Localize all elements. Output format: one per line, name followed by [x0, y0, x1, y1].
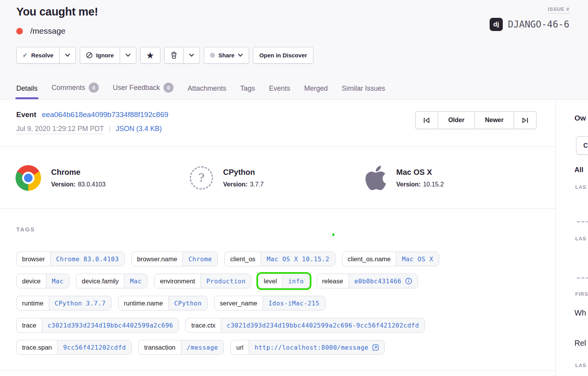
info-circle-icon[interactable]: [405, 278, 412, 285]
tab-events[interactable]: Events: [269, 85, 290, 99]
tab-label: Details: [16, 85, 38, 93]
tab-label: Merged: [304, 85, 328, 93]
event-header-bar: Event eea064b618ea4099b7334f88f192c869 J…: [0, 100, 555, 147]
tag-list: browser Chrome 83.0.4103 browser.name Ch…: [16, 252, 439, 362]
tag-value: Chrome: [182, 252, 217, 266]
open-in-discover-button[interactable]: Open in Discover: [253, 47, 313, 64]
ignore-button[interactable]: Ignore: [80, 47, 120, 64]
page-title: You caught me!: [16, 5, 98, 18]
tag-pill-transaction[interactable]: transaction /message: [138, 340, 224, 355]
newer-event-button[interactable]: Newer: [475, 111, 514, 129]
tag-pill-runtime-name[interactable]: runtime.name CPython: [118, 296, 208, 310]
ignore-dropdown-button[interactable]: [120, 47, 136, 64]
tag-pill-environment[interactable]: environment Production: [154, 274, 251, 288]
delete-dropdown-button[interactable]: [183, 47, 200, 64]
tag-key: client_os: [225, 252, 261, 266]
tag-row: trace.span 9cc56f421202cdfd transaction …: [16, 340, 439, 355]
tag-value: 9cc56f421202cdfd: [57, 340, 131, 354]
tag-value: Chrome 83.0.4103: [50, 252, 124, 266]
share-button-label: Share: [218, 52, 235, 59]
oldest-event-button[interactable]: [415, 111, 438, 129]
event-timestamp: Jul 9, 2020 1:29:12 PM PDT: [16, 125, 104, 134]
issue-number-label: ISSUE #: [548, 6, 569, 14]
tag-pill-trace[interactable]: trace c3021d393d234d19bbc4402599a2c696: [16, 318, 179, 333]
tag-key: browser: [17, 252, 50, 266]
tag-value: Mac: [124, 274, 147, 288]
skip-to-first-icon: [423, 117, 430, 123]
event-pagination: Older Newer: [415, 111, 536, 129]
action-toolbar: ✓ Resolve Ignore: [16, 47, 313, 64]
tag-key: server_name: [215, 296, 263, 310]
chevron-down-icon: [126, 53, 131, 57]
tag-pill-client-os[interactable]: client_os Mac OS X 10.15.2: [224, 252, 335, 266]
tab-attachments[interactable]: Attachments: [187, 85, 226, 99]
tag-pill-device-family[interactable]: device.family Mac: [76, 274, 148, 288]
context-name: Chrome: [51, 168, 105, 177]
tab-user-feedback[interactable]: User Feedback 0: [113, 83, 174, 99]
tab-details[interactable]: Details: [16, 85, 38, 99]
resolve-dropdown-button[interactable]: [59, 47, 76, 64]
tab-tags[interactable]: Tags: [240, 85, 255, 99]
tag-pill-runtime[interactable]: runtime CPython 3.7.7: [16, 296, 112, 310]
skip-to-last-icon: [522, 117, 528, 123]
tag-pill-client-os-name[interactable]: client_os.name Mac OS X: [342, 252, 439, 266]
mute-circle-slash-icon: [86, 52, 93, 59]
sidebar-owners-heading: Ow: [574, 114, 586, 122]
trash-icon: [171, 52, 177, 59]
tag-pill-browser-name[interactable]: browser.name Chrome: [131, 252, 218, 266]
tag-value: CPython 3.7.7: [49, 296, 111, 310]
issue-short-id-row: dj DJANGO-46-6: [490, 18, 569, 31]
tag-pill-trace-span[interactable]: trace.span 9cc56f421202cdfd: [16, 340, 132, 355]
version-value: 10.15.2: [423, 181, 444, 188]
resolve-button[interactable]: ✓ Resolve: [16, 47, 60, 64]
ignore-button-label: Ignore: [96, 52, 114, 59]
tag-key: transaction: [139, 340, 181, 354]
event-json-link[interactable]: JSON (3.4 KB): [116, 125, 162, 133]
share-button[interactable]: Share: [204, 47, 249, 64]
tab-comments[interactable]: Comments 0: [52, 83, 99, 99]
tag-row: device Mac device.family Mac environment…: [16, 274, 439, 288]
sidebar-caption: LAS: [575, 362, 586, 368]
tag-row: runtime CPython 3.7.7 runtime.name CPyth…: [16, 296, 439, 310]
tag-row: trace c3021d393d234d19bbc4402599a2c696 t…: [16, 318, 439, 333]
tag-key: browser.name: [132, 252, 183, 266]
tag-pill-level-highlighted[interactable]: level info: [258, 274, 309, 288]
version-label: Version:: [396, 181, 421, 188]
tag-value: Mac OS X: [396, 252, 438, 266]
tag-key: trace.span: [17, 340, 57, 354]
tag-value: Mac: [46, 274, 69, 288]
sidebar-caption: LAS: [575, 236, 586, 241]
tab-similar-issues[interactable]: Similar Issues: [342, 85, 385, 99]
sidebar-assignee-button[interactable]: C: [576, 136, 588, 155]
tag-pill-browser[interactable]: browser Chrome 83.0.4103: [16, 252, 125, 266]
delete-button[interactable]: [164, 47, 184, 64]
issue-culprit: /message: [30, 26, 65, 36]
external-link-icon[interactable]: [372, 344, 379, 351]
older-event-button[interactable]: Older: [438, 111, 475, 129]
event-id-link[interactable]: eea064b618ea4099b7334f88f192c869: [42, 110, 168, 119]
tag-pill-device[interactable]: device Mac: [16, 274, 69, 288]
context-os: Mac OS X Version:10.15.2: [365, 147, 444, 208]
latest-event-button[interactable]: [514, 111, 536, 129]
tag-value: http://localhost:8000/message: [254, 344, 368, 351]
tag-key: release: [317, 274, 349, 288]
tab-label: User Feedback: [113, 84, 160, 92]
tag-pill-url[interactable]: url http://localhost:8000/message: [230, 340, 385, 355]
tag-key: runtime: [17, 296, 49, 310]
section-divider: [0, 371, 555, 371]
issue-number-block: ISSUE # dj DJANGO-46-6: [490, 5, 569, 31]
comments-count-badge: 0: [89, 83, 99, 93]
star-icon: ★: [147, 52, 154, 59]
check-icon: ✓: [22, 52, 28, 59]
sidebar-caption: LAS: [575, 184, 586, 190]
tag-key: runtime.name: [119, 296, 168, 310]
event-meta: Jul 9, 2020 1:29:12 PM PDT | JSON (3.4 K…: [16, 125, 162, 134]
tab-label: Similar Issues: [342, 85, 385, 93]
tag-row: browser Chrome 83.0.4103 browser.name Ch…: [16, 252, 439, 266]
tag-value: Idos-iMac-215: [263, 296, 325, 310]
tag-pill-server-name[interactable]: server_name Idos-iMac-215: [214, 296, 325, 310]
bookmark-star-button[interactable]: ★: [140, 47, 160, 64]
tag-pill-trace-ctx[interactable]: trace.ctx c3021d393d234d19bbc4402599a2c6…: [186, 318, 425, 333]
tag-pill-release[interactable]: release e0b0bc431466: [316, 274, 418, 288]
tab-merged[interactable]: Merged: [304, 85, 328, 99]
